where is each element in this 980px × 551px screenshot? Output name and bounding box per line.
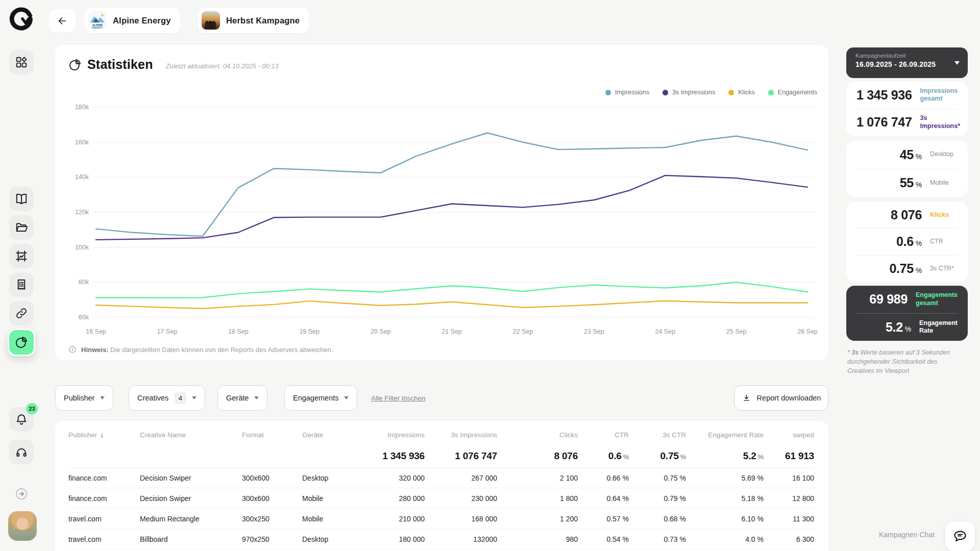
sidebar-item-support[interactable] bbox=[9, 440, 34, 464]
column-header[interactable]: 3s Impressions bbox=[425, 431, 497, 439]
legend-dot bbox=[663, 90, 668, 95]
totals-cell: 1 345 936 bbox=[359, 450, 425, 462]
table-row: travel.comMedium Rectangle300x250Mobile2… bbox=[68, 509, 815, 529]
page-title: Statistiken bbox=[87, 57, 153, 72]
stat-value: 5.2% bbox=[856, 320, 911, 335]
stat-label: Desktop bbox=[930, 151, 958, 159]
filter-label: Creatives bbox=[137, 394, 168, 402]
user-avatar[interactable] bbox=[8, 511, 37, 541]
back-button[interactable] bbox=[49, 9, 76, 33]
stat-label: 3s Impressions* bbox=[920, 114, 961, 130]
filter-dropdown-engagements[interactable]: Engagements bbox=[284, 385, 357, 411]
campaign-name: Herbst Kampagne bbox=[226, 16, 300, 26]
svg-text:180k: 180k bbox=[75, 104, 89, 111]
column-header[interactable]: Format bbox=[242, 431, 302, 439]
sidebar-item-statistics[interactable] bbox=[8, 329, 35, 356]
stat-value: 1 076 747 bbox=[856, 115, 912, 130]
filter-label: Engagements bbox=[293, 394, 338, 402]
folder-icon bbox=[15, 221, 28, 234]
svg-text:24 Sep: 24 Sep bbox=[655, 328, 675, 335]
table-cell: travel.com bbox=[68, 515, 140, 523]
sidebar-item-files[interactable] bbox=[9, 215, 34, 240]
column-header[interactable]: Geräte bbox=[302, 431, 359, 439]
sidebar-item-billing[interactable] bbox=[9, 272, 34, 297]
stats-summary-card: 45%Desktop55%Mobile bbox=[846, 141, 968, 197]
filter-dropdown-creatives[interactable]: Creatives4 bbox=[129, 385, 205, 411]
column-header[interactable]: Clicks bbox=[497, 431, 578, 439]
svg-text:25 Sep: 25 Sep bbox=[726, 328, 747, 335]
brand-chip[interactable]: ALPINEENERGY Alpine Energy bbox=[85, 8, 180, 33]
column-header[interactable]: swiped bbox=[764, 431, 814, 439]
table-cell: 6 300 bbox=[764, 535, 814, 543]
column-header[interactable]: Publisher↓ bbox=[68, 431, 140, 439]
table-cell: Mobile bbox=[302, 515, 359, 523]
table-cell: travel.com bbox=[68, 535, 140, 543]
sidebar-item-links[interactable] bbox=[9, 301, 34, 325]
column-header[interactable]: 3s CTR bbox=[629, 431, 686, 439]
stat-label: 3s CTR* bbox=[930, 265, 958, 273]
campaign-runtime-select[interactable]: Kampagnenlaufzeit 16.09.2025 - 26.09.202… bbox=[846, 47, 968, 78]
table-cell: 168 000 bbox=[425, 515, 497, 523]
runtime-label: Kampagnenlaufzeit bbox=[855, 53, 959, 59]
clear-filters-link[interactable]: Alle Filter löschen bbox=[371, 385, 426, 411]
totals-cell: 0.75% bbox=[629, 450, 686, 462]
table-cell: 5.18 % bbox=[686, 494, 764, 503]
column-header[interactable]: Engagement Rate bbox=[686, 431, 764, 439]
table-cell: 0.79 % bbox=[629, 494, 686, 503]
legend-dot bbox=[768, 90, 774, 95]
svg-text:120k: 120k bbox=[75, 209, 89, 216]
stat-value: 0.6% bbox=[856, 234, 922, 249]
data-note: Hinweis: Die dargestellten Daten können … bbox=[68, 345, 333, 354]
stat-unit: % bbox=[916, 266, 922, 274]
chevron-down-icon bbox=[954, 61, 960, 65]
svg-text:60k: 60k bbox=[79, 314, 89, 321]
stat-row: 45%Desktop bbox=[856, 141, 958, 169]
table-cell: 132000 bbox=[425, 535, 497, 543]
campaign-chat-button[interactable] bbox=[945, 521, 975, 551]
column-header[interactable]: Creative Name bbox=[140, 431, 242, 439]
table-cell: Medium Rectangle bbox=[140, 515, 242, 523]
footnote: * 3s Werte basieren auf 3 Sekunden durch… bbox=[847, 348, 966, 375]
sidebar-item-creatives[interactable] bbox=[9, 244, 34, 268]
table-cell: finance.com bbox=[68, 474, 140, 482]
bell-icon bbox=[15, 413, 28, 426]
chat-label: Kampagnen Chat bbox=[879, 531, 935, 539]
table-cell: 4.0 % bbox=[686, 535, 764, 543]
sidebar-item-collapse[interactable] bbox=[11, 484, 32, 504]
brand-name: Alpine Energy bbox=[113, 16, 171, 26]
column-header[interactable]: CTR bbox=[578, 431, 629, 439]
download-report-button[interactable]: Report downloaden bbox=[734, 385, 828, 411]
table-cell: 0.54 % bbox=[578, 535, 629, 543]
brand-logo: ALPINEENERGY bbox=[88, 11, 107, 30]
filter-dropdown-publisher[interactable]: Publisher bbox=[55, 385, 113, 411]
table-totals-row: 1 345 9361 076 7478 0760.6%0.75%5.2%61 9… bbox=[68, 444, 815, 468]
column-header[interactable]: Impressions bbox=[359, 431, 425, 439]
stat-row: 69 989Engagements gesamt bbox=[856, 286, 958, 313]
filter-label: Publisher bbox=[64, 394, 94, 402]
results-table: Publisher↓Creative NameFormatGeräteImpre… bbox=[55, 421, 828, 551]
stat-row: 5.2%Engagement Rate bbox=[856, 313, 958, 341]
table-cell: 1 200 bbox=[497, 515, 578, 523]
table-cell: 0.64 % bbox=[578, 494, 629, 503]
dashboard-icon bbox=[15, 56, 28, 69]
table-cell: 300x600 bbox=[242, 474, 302, 482]
table-header-row: Publisher↓Creative NameFormatGeräteImpre… bbox=[68, 425, 815, 444]
chevron-down-icon bbox=[100, 396, 105, 399]
filter-dropdown-ger-te[interactable]: Geräte bbox=[217, 385, 267, 411]
sidebar-item-library[interactable] bbox=[9, 187, 34, 211]
stat-row: 55%Mobile bbox=[856, 169, 958, 197]
table-cell: Desktop bbox=[302, 535, 359, 543]
link-icon bbox=[15, 307, 28, 320]
artboard-image-icon bbox=[15, 249, 28, 263]
sidebar-item-notifications[interactable]: 23 bbox=[9, 407, 34, 432]
table-cell: 11 300 bbox=[764, 515, 814, 523]
campaign-chip[interactable]: Herbst Kampagne bbox=[198, 8, 309, 33]
table-cell: Decision Swiper bbox=[140, 474, 242, 482]
sidebar-item-dashboard[interactable] bbox=[9, 50, 34, 74]
arrow-right-circle-icon bbox=[15, 487, 28, 500]
stat-value: 0.75% bbox=[856, 261, 922, 276]
svg-text:23 Sep: 23 Sep bbox=[584, 328, 604, 335]
totals-cell: 8 076 bbox=[497, 450, 578, 462]
table-cell: 0.68 % bbox=[629, 515, 686, 523]
stat-label: Engagement Rate bbox=[919, 319, 958, 335]
